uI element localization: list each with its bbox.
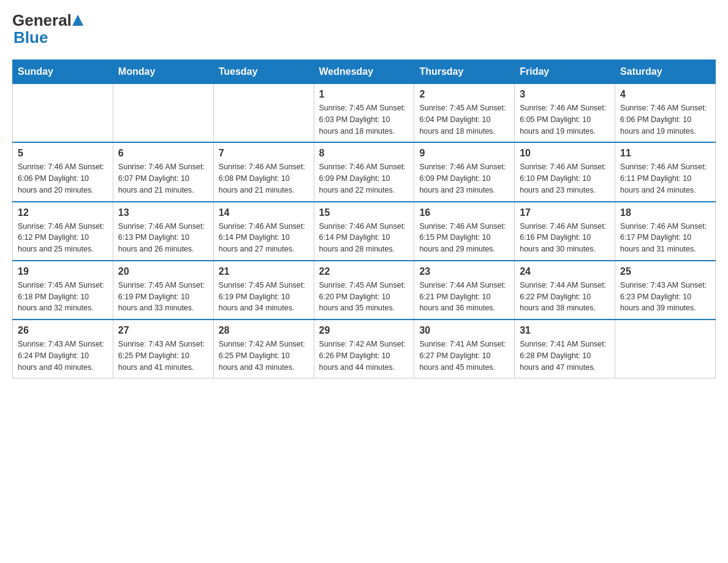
day-number: 10 [520, 148, 610, 159]
day-info: Sunrise: 7:46 AM Sunset: 6:15 PM Dayligh… [419, 221, 509, 255]
day-number: 21 [219, 266, 309, 277]
calendar-table: Sunday Monday Tuesday Wednesday Thursday… [12, 59, 716, 378]
table-row: 29Sunrise: 7:42 AM Sunset: 6:26 PM Dayli… [314, 320, 414, 378]
day-number: 24 [520, 266, 610, 277]
day-number: 1 [319, 89, 409, 100]
day-info: Sunrise: 7:46 AM Sunset: 6:16 PM Dayligh… [520, 221, 610, 255]
day-number: 30 [419, 325, 509, 336]
col-saturday: Saturday [615, 60, 716, 84]
logo-text-general: General [12, 12, 72, 28]
logo-triangle-icon [72, 15, 83, 26]
calendar-week-row: 19Sunrise: 7:45 AM Sunset: 6:18 PM Dayli… [13, 261, 716, 320]
table-row [113, 84, 213, 143]
day-number: 8 [319, 148, 409, 159]
day-info: Sunrise: 7:46 AM Sunset: 6:17 PM Dayligh… [620, 221, 710, 255]
col-sunday: Sunday [13, 60, 113, 84]
table-row: 3Sunrise: 7:46 AM Sunset: 6:05 PM Daylig… [515, 84, 615, 143]
day-number: 26 [18, 325, 108, 336]
table-row: 26Sunrise: 7:43 AM Sunset: 6:24 PM Dayli… [13, 320, 113, 378]
table-row: 17Sunrise: 7:46 AM Sunset: 6:16 PM Dayli… [515, 202, 615, 261]
day-info: Sunrise: 7:42 AM Sunset: 6:25 PM Dayligh… [219, 339, 309, 373]
page-header: General Blue [12, 12, 716, 47]
day-info: Sunrise: 7:46 AM Sunset: 6:10 PM Dayligh… [520, 161, 610, 196]
table-row: 10Sunrise: 7:46 AM Sunset: 6:10 PM Dayli… [515, 142, 615, 201]
table-row: 16Sunrise: 7:46 AM Sunset: 6:15 PM Dayli… [414, 202, 515, 261]
day-info: Sunrise: 7:46 AM Sunset: 6:11 PM Dayligh… [620, 161, 710, 196]
day-number: 31 [520, 325, 610, 336]
day-info: Sunrise: 7:44 AM Sunset: 6:22 PM Dayligh… [520, 280, 610, 314]
day-info: Sunrise: 7:45 AM Sunset: 6:18 PM Dayligh… [18, 280, 108, 314]
day-number: 14 [219, 207, 309, 218]
day-info: Sunrise: 7:46 AM Sunset: 6:13 PM Dayligh… [118, 221, 208, 255]
day-info: Sunrise: 7:46 AM Sunset: 6:05 PM Dayligh… [520, 102, 610, 137]
table-row: 14Sunrise: 7:46 AM Sunset: 6:14 PM Dayli… [213, 202, 314, 261]
table-row: 27Sunrise: 7:43 AM Sunset: 6:25 PM Dayli… [113, 320, 213, 378]
svg-marker-0 [72, 15, 83, 26]
day-number: 11 [620, 148, 710, 159]
day-info: Sunrise: 7:43 AM Sunset: 6:25 PM Dayligh… [118, 339, 208, 373]
table-row: 30Sunrise: 7:41 AM Sunset: 6:27 PM Dayli… [414, 320, 515, 378]
day-number: 22 [319, 266, 409, 277]
calendar-week-row: 5Sunrise: 7:46 AM Sunset: 6:06 PM Daylig… [13, 142, 716, 201]
table-row: 1Sunrise: 7:45 AM Sunset: 6:03 PM Daylig… [314, 84, 414, 143]
table-row [615, 320, 716, 378]
table-row: 23Sunrise: 7:44 AM Sunset: 6:21 PM Dayli… [414, 261, 515, 320]
day-info: Sunrise: 7:46 AM Sunset: 6:12 PM Dayligh… [18, 221, 108, 255]
table-row: 5Sunrise: 7:46 AM Sunset: 6:06 PM Daylig… [13, 142, 113, 201]
day-info: Sunrise: 7:46 AM Sunset: 6:06 PM Dayligh… [18, 161, 108, 196]
table-row [13, 84, 113, 143]
table-row: 2Sunrise: 7:45 AM Sunset: 6:04 PM Daylig… [414, 84, 515, 143]
day-number: 18 [620, 207, 710, 218]
day-info: Sunrise: 7:43 AM Sunset: 6:24 PM Dayligh… [18, 339, 108, 373]
day-number: 4 [620, 89, 710, 100]
day-number: 2 [419, 89, 509, 100]
table-row: 19Sunrise: 7:45 AM Sunset: 6:18 PM Dayli… [13, 261, 113, 320]
day-number: 9 [419, 148, 509, 159]
day-number: 6 [118, 148, 208, 159]
table-row: 7Sunrise: 7:46 AM Sunset: 6:08 PM Daylig… [213, 142, 314, 201]
day-number: 19 [18, 266, 108, 277]
table-row: 25Sunrise: 7:43 AM Sunset: 6:23 PM Dayli… [615, 261, 716, 320]
table-row: 13Sunrise: 7:46 AM Sunset: 6:13 PM Dayli… [113, 202, 213, 261]
day-info: Sunrise: 7:46 AM Sunset: 6:09 PM Dayligh… [419, 161, 509, 196]
col-monday: Monday [113, 60, 213, 84]
day-info: Sunrise: 7:45 AM Sunset: 6:20 PM Dayligh… [319, 280, 409, 314]
table-row [213, 84, 314, 143]
col-tuesday: Tuesday [213, 60, 314, 84]
col-thursday: Thursday [414, 60, 515, 84]
calendar-header-row: Sunday Monday Tuesday Wednesday Thursday… [13, 60, 716, 84]
table-row: 15Sunrise: 7:46 AM Sunset: 6:14 PM Dayli… [314, 202, 414, 261]
calendar-week-row: 12Sunrise: 7:46 AM Sunset: 6:12 PM Dayli… [13, 202, 716, 261]
table-row: 31Sunrise: 7:41 AM Sunset: 6:28 PM Dayli… [515, 320, 615, 378]
day-number: 23 [419, 266, 509, 277]
table-row: 24Sunrise: 7:44 AM Sunset: 6:22 PM Dayli… [515, 261, 615, 320]
day-info: Sunrise: 7:45 AM Sunset: 6:03 PM Dayligh… [319, 102, 409, 137]
calendar-week-row: 1Sunrise: 7:45 AM Sunset: 6:03 PM Daylig… [13, 84, 716, 143]
day-info: Sunrise: 7:45 AM Sunset: 6:04 PM Dayligh… [419, 102, 509, 137]
day-info: Sunrise: 7:46 AM Sunset: 6:06 PM Dayligh… [620, 102, 710, 137]
day-info: Sunrise: 7:45 AM Sunset: 6:19 PM Dayligh… [219, 280, 309, 314]
day-number: 16 [419, 207, 509, 218]
table-row: 6Sunrise: 7:46 AM Sunset: 6:07 PM Daylig… [113, 142, 213, 201]
col-friday: Friday [515, 60, 615, 84]
day-info: Sunrise: 7:46 AM Sunset: 6:09 PM Dayligh… [319, 161, 409, 196]
col-wednesday: Wednesday [314, 60, 414, 84]
table-row: 9Sunrise: 7:46 AM Sunset: 6:09 PM Daylig… [414, 142, 515, 201]
day-number: 28 [219, 325, 309, 336]
day-number: 25 [620, 266, 710, 277]
day-info: Sunrise: 7:44 AM Sunset: 6:21 PM Dayligh… [419, 280, 509, 314]
table-row: 20Sunrise: 7:45 AM Sunset: 6:19 PM Dayli… [113, 261, 213, 320]
table-row: 28Sunrise: 7:42 AM Sunset: 6:25 PM Dayli… [213, 320, 314, 378]
day-info: Sunrise: 7:42 AM Sunset: 6:26 PM Dayligh… [319, 339, 409, 373]
calendar-week-row: 26Sunrise: 7:43 AM Sunset: 6:24 PM Dayli… [13, 320, 716, 378]
day-info: Sunrise: 7:41 AM Sunset: 6:28 PM Dayligh… [520, 339, 610, 373]
logo-text-blue: Blue [13, 28, 48, 47]
table-row: 22Sunrise: 7:45 AM Sunset: 6:20 PM Dayli… [314, 261, 414, 320]
day-info: Sunrise: 7:46 AM Sunset: 6:08 PM Dayligh… [219, 161, 309, 196]
day-number: 29 [319, 325, 409, 336]
day-number: 3 [520, 89, 610, 100]
table-row: 8Sunrise: 7:46 AM Sunset: 6:09 PM Daylig… [314, 142, 414, 201]
day-info: Sunrise: 7:46 AM Sunset: 6:14 PM Dayligh… [319, 221, 409, 255]
day-info: Sunrise: 7:46 AM Sunset: 6:14 PM Dayligh… [219, 221, 309, 255]
day-info: Sunrise: 7:46 AM Sunset: 6:07 PM Dayligh… [118, 161, 208, 196]
